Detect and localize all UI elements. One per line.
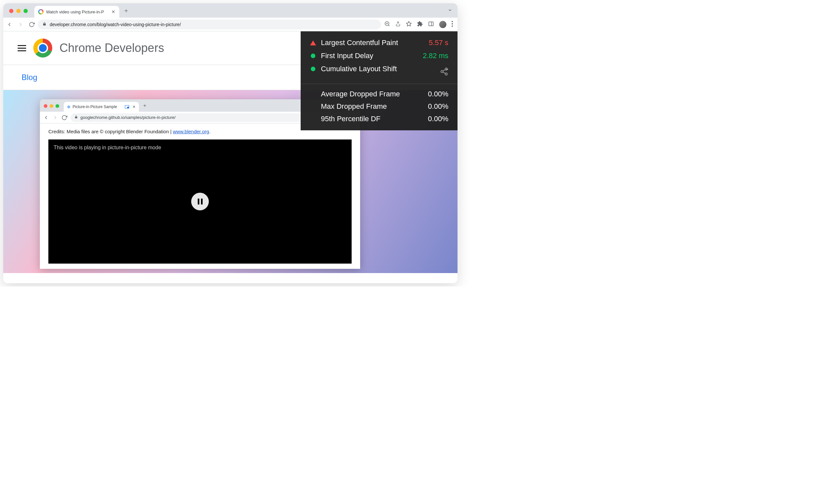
profile-avatar[interactable] (439, 21, 447, 28)
window-dropdown-icon[interactable] (448, 8, 452, 14)
svg-point-12 (441, 71, 443, 73)
inner-url-text: googlechrome.github.io/samples/picture-i… (80, 115, 175, 120)
new-tab-button[interactable]: ＋ (123, 7, 129, 14)
lock-icon (42, 22, 46, 27)
dropped-frame-avg-row: Average Dropped Frame 0.00% (310, 90, 449, 98)
browser-toolbar: developer.chrome.com/blog/watch-video-us… (3, 18, 458, 31)
share-icon[interactable] (395, 21, 400, 28)
inner-back-button[interactable] (43, 115, 49, 121)
bookmark-star-icon[interactable] (406, 21, 412, 28)
status-dot-icon (311, 67, 315, 71)
gear-favicon-icon: ✲ (67, 105, 71, 109)
pip-status-text: This video is playing in picture-in-pict… (54, 145, 346, 151)
inner-page-content: Credits: Media files are © copyright Ble… (40, 123, 360, 269)
inner-window-maximize-button[interactable] (56, 104, 59, 108)
svg-point-13 (445, 73, 448, 75)
svg-line-1 (388, 25, 389, 26)
tab-title: Watch video using Picture-in-P (46, 9, 109, 14)
web-vitals-overlay: Largest Contentful Paint 5.57 s First In… (301, 31, 458, 130)
inner-new-tab-button[interactable]: ＋ (142, 102, 147, 109)
chrome-logo-icon (33, 39, 52, 57)
inner-reload-button[interactable] (61, 115, 67, 121)
window-maximize-button[interactable] (24, 9, 28, 13)
triangle-up-icon (310, 41, 316, 45)
inner-tab-close-button[interactable]: ✕ (132, 105, 136, 109)
inner-forward-button[interactable] (52, 115, 58, 121)
svg-marker-5 (406, 21, 412, 26)
hamburger-menu-button[interactable] (18, 45, 26, 51)
video-player[interactable]: This video is playing in picture-in-pict… (48, 139, 351, 264)
back-button[interactable] (7, 22, 12, 27)
share-results-icon[interactable] (440, 67, 449, 78)
vital-lcp-row: Largest Contentful Paint 5.57 s (310, 39, 449, 47)
dropped-frame-max-row: Max Dropped Frame 0.00% (310, 102, 449, 111)
svg-point-10 (452, 25, 453, 27)
kebab-menu-icon[interactable] (452, 21, 453, 28)
blog-link[interactable]: Blog (22, 73, 37, 82)
pause-button[interactable] (191, 193, 209, 210)
side-panel-icon[interactable] (428, 21, 434, 28)
inner-lock-icon (74, 115, 78, 120)
vital-fid-row: First Input Delay 2.82 ms (310, 52, 449, 60)
forward-button[interactable] (18, 22, 24, 27)
inner-window-minimize-button[interactable] (50, 104, 53, 108)
pause-icon (198, 199, 203, 204)
blender-link[interactable]: www.blender.org (173, 129, 209, 134)
site-title: Chrome Developers (59, 41, 164, 55)
address-bar[interactable]: developer.chrome.com/blog/watch-video-us… (38, 20, 381, 29)
pip-indicator-icon (125, 105, 129, 108)
svg-line-14 (443, 72, 445, 73)
svg-point-11 (445, 68, 448, 70)
extensions-icon[interactable] (417, 21, 423, 28)
status-dot-icon (311, 54, 315, 58)
tab-close-button[interactable]: ✕ (111, 9, 115, 14)
zoom-icon[interactable] (384, 21, 390, 28)
inner-tab-title: Picture-in-Picture Sample (73, 105, 123, 109)
window-close-button[interactable] (9, 9, 13, 13)
svg-line-15 (443, 70, 445, 71)
url-text: developer.chrome.com/blog/watch-video-us… (50, 22, 181, 27)
browser-tab[interactable]: Watch video using Picture-in-P ✕ (34, 6, 119, 18)
dropped-frame-95p-row: 95th Percentile DF 0.00% (310, 115, 449, 123)
favicon-chrome-icon (38, 9, 43, 14)
traffic-lights (9, 9, 28, 13)
inner-window-close-button[interactable] (44, 104, 47, 108)
reload-button[interactable] (29, 22, 35, 27)
inner-traffic-lights (44, 104, 59, 108)
svg-rect-6 (429, 22, 433, 26)
inner-browser-tab[interactable]: ✲ Picture-in-Picture Sample ✕ (64, 102, 139, 112)
window-minimize-button[interactable] (16, 9, 21, 13)
svg-point-8 (452, 21, 453, 22)
vital-cls-row: Cumulative Layout Shift - (310, 65, 449, 73)
svg-point-9 (452, 23, 453, 24)
browser-window: Watch video using Picture-in-P ✕ ＋ devel… (3, 3, 458, 283)
browser-tab-strip: Watch video using Picture-in-P ✕ ＋ (3, 3, 458, 18)
